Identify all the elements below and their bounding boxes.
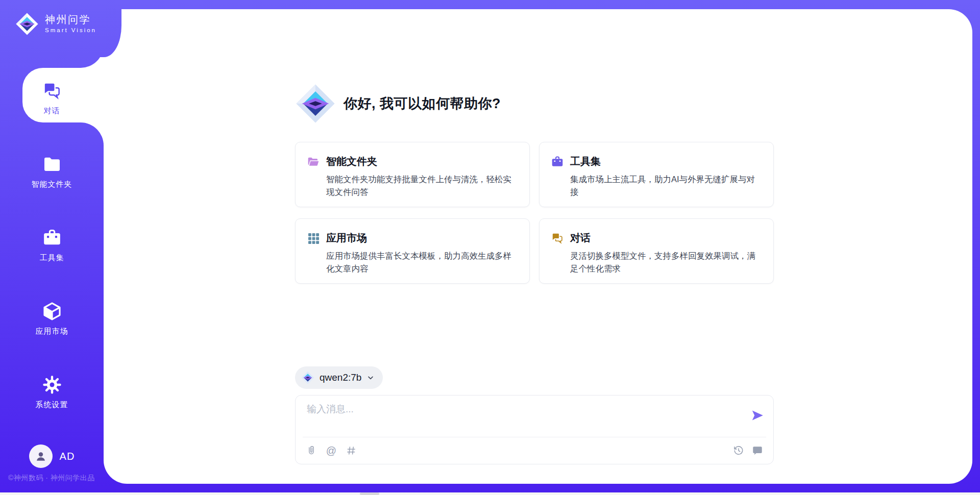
- avatar: [29, 444, 53, 468]
- card-head: 对话: [551, 231, 762, 245]
- chat-bubbles-icon: [551, 232, 564, 245]
- brand-subtitle: Smart Vision: [45, 27, 96, 34]
- at-icon[interactable]: @: [326, 445, 337, 456]
- card-head: 智能文件夹: [307, 155, 518, 168]
- model-selector[interactable]: qwen2:7b: [295, 366, 383, 389]
- card-description: 智能文件夹功能支持批量文件上传与清洗，轻松实现文件问答: [326, 173, 518, 199]
- brand: 神州问学 Smart Vision: [0, 0, 121, 36]
- gear-icon: [42, 375, 62, 395]
- card-description: 应用市场提供丰富长文本模板，助力高效生成多样化文章内容: [326, 250, 518, 275]
- sidebar-item-label: 对话: [44, 106, 60, 116]
- sidebar-item-smart-folder[interactable]: 智能文件夹: [0, 146, 104, 197]
- brand-text: 神州问学 Smart Vision: [45, 14, 96, 34]
- card-description: 集成市场上主流工具，助力AI与外界无缝扩展与对接: [570, 173, 762, 199]
- horizontal-scrollbar-thumb[interactable]: [360, 492, 379, 495]
- greeting-title: 你好, 我可以如何帮助你?: [344, 94, 501, 113]
- person-icon: [34, 449, 48, 463]
- main-content: 你好, 我可以如何帮助你? 智能文件夹 智能文件夹功能支持批量文件上传与清洗，轻…: [295, 9, 774, 464]
- folder-icon: [42, 154, 62, 175]
- sidebar-item-label: 智能文件夹: [32, 180, 72, 189]
- main-panel: 你好, 我可以如何帮助你? 智能文件夹 智能文件夹功能支持批量文件上传与清洗，轻…: [104, 9, 972, 484]
- card-title: 工具集: [570, 155, 601, 168]
- composer-toolbar: @: [296, 437, 773, 464]
- card-chat[interactable]: 对话 灵活切换多模型文件，支持多样回复效果调试，满足个性化需求: [539, 218, 774, 284]
- sidebar-header: 神州问学 Smart Vision: [0, 0, 121, 57]
- paperclip-icon[interactable]: [306, 445, 317, 456]
- card-title: 应用市场: [326, 231, 367, 245]
- sidebar-item-app-market[interactable]: 应用市场: [0, 293, 104, 344]
- card-title: 对话: [570, 231, 591, 245]
- card-app-market[interactable]: 应用市场 应用市场提供丰富长文本模板，助力高效生成多样化文章内容: [295, 218, 530, 284]
- greeting-row: 你好, 我可以如何帮助你?: [295, 83, 774, 124]
- sidebar-item-label: 系统设置: [36, 400, 68, 410]
- folder-open-icon: [307, 155, 320, 168]
- briefcase-icon: [551, 155, 564, 168]
- grid-icon: [307, 232, 320, 245]
- user-initials: AD: [60, 451, 75, 462]
- composer-input-wrap: [303, 395, 766, 437]
- sidebar-item-chat[interactable]: 对话: [0, 72, 104, 123]
- diamond-logo-icon: [301, 371, 314, 384]
- feature-cards: 智能文件夹 智能文件夹功能支持批量文件上传与清洗，轻松实现文件问答 工具集: [295, 142, 774, 284]
- diamond-logo-icon: [15, 12, 39, 36]
- model-name: qwen2:7b: [320, 372, 361, 383]
- user-profile[interactable]: AD: [0, 443, 104, 469]
- card-smart-folder[interactable]: 智能文件夹 智能文件夹功能支持批量文件上传与清洗，轻松实现文件问答: [295, 142, 530, 207]
- toolbar-right: [733, 445, 763, 456]
- diamond-logo-icon: [295, 83, 336, 124]
- history-icon[interactable]: [733, 445, 744, 456]
- sidebar-item-settings[interactable]: 系统设置: [0, 366, 104, 417]
- sidebar-item-label: 应用市场: [36, 327, 68, 336]
- comment-icon[interactable]: [752, 445, 763, 456]
- card-head: 工具集: [551, 155, 762, 168]
- sidebar-item-label: 工具集: [40, 253, 64, 263]
- card-toolset[interactable]: 工具集 集成市场上主流工具，助力AI与外界无缝扩展与对接: [539, 142, 774, 207]
- cube-icon: [42, 301, 62, 321]
- composer: @: [295, 395, 774, 464]
- copyright-text: ©神州数码 · 神州问学出品: [8, 474, 120, 483]
- card-title: 智能文件夹: [326, 155, 377, 168]
- sidebar-item-toolset[interactable]: 工具集: [0, 219, 104, 270]
- send-icon[interactable]: [751, 409, 764, 422]
- message-input[interactable]: [303, 395, 766, 437]
- chevron-down-icon: [366, 374, 375, 382]
- hash-icon[interactable]: [346, 445, 357, 456]
- briefcase-icon: [42, 228, 62, 248]
- card-head: 应用市场: [307, 231, 518, 245]
- chat-bubbles-icon: [42, 81, 62, 101]
- brand-name: 神州问学: [45, 14, 96, 26]
- card-description: 灵活切换多模型文件，支持多样回复效果调试，满足个性化需求: [570, 250, 762, 275]
- horizontal-scrollbar-track: [0, 492, 980, 495]
